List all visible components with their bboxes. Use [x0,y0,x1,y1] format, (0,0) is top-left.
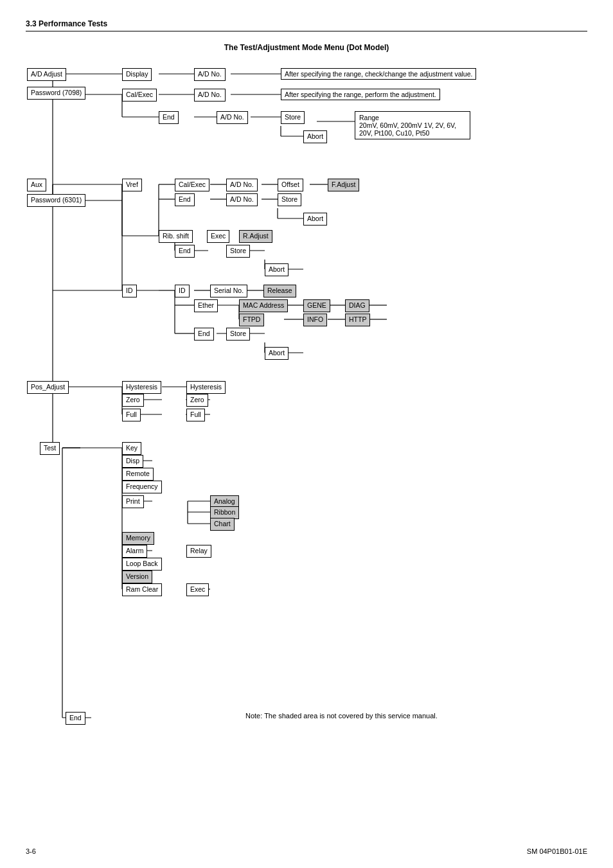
ftpd-node: FTPD [239,314,264,326]
exec-1-node: Exec [207,230,229,243]
offset-node: Offset [278,179,303,191]
note-text: Note: The shaded area is not covered by … [245,712,438,720]
ad-no-3-node: A/D No. [217,111,248,124]
radjust-node: R.Adjust [239,230,272,243]
frequency-node: Frequency [122,481,162,493]
end-4-node: End [194,328,214,341]
release-node: Release [263,285,296,297]
rib-shift-node: Rib. shift [159,230,193,243]
end-1-node: End [159,111,179,124]
range-values: 20mV, 60mV, 200mV 1V, 2V, 6V, 20V, Pt100… [359,121,456,137]
http-node: HTTP [345,314,370,326]
relay-node: Relay [186,545,211,558]
diagram-lines [27,62,586,743]
store-3-node: Store [226,245,250,258]
diag-node: DIAG [345,299,369,312]
abort-2-node: Abort [303,213,327,226]
ad-adjust-node: A/D Adjust [27,68,66,81]
pos-adjust-node: Pos_Adjust [27,381,69,394]
full-1-node: Full [122,409,141,421]
id-2-node: ID [175,285,190,297]
section-title: 3.3 Performance Tests [26,19,587,31]
footer-page: 3-6 [26,847,36,855]
ad-no-5-node: A/D No. [226,193,258,206]
end-5-node: End [66,712,85,725]
abort-4-node: Abort [265,347,289,360]
zero-1-node: Zero [122,394,144,407]
range-label: Range [359,114,379,121]
ether-node: Ether [194,299,218,312]
exec-2-node: Exec [186,583,209,596]
alarm-node: Alarm [122,545,147,558]
password-7098-node: Password (7098) [27,87,85,100]
gene-node: GENE [303,299,330,312]
calexec-2-node: Cal/Exec [175,179,209,191]
end-3-node: End [175,245,195,258]
aux-node: Aux [27,179,46,191]
range-box: Range 20mV, 60mV, 200mV 1V, 2V, 6V, 20V,… [355,111,470,139]
diagram-area: A/D Adjust Display A/D No. After specify… [27,62,586,743]
store-1-node: Store [281,111,305,124]
calexec-1-node: Cal/Exec [122,89,157,102]
store-4-node: Store [226,328,250,341]
print-node: Print [122,495,144,508]
remote-node: Remote [122,468,154,481]
diagram-title: The Test/Adjustment Mode Menu (Dot Model… [26,43,587,52]
label-after-range-node: After specifying the range, check/change… [281,68,476,80]
version-node: Version [122,571,152,583]
ram-clear-node: Ram Clear [122,583,162,596]
footer-doc: SM 04P01B01-01E [527,847,587,855]
abort-1-node: Abort [303,130,327,143]
password-6301-node: Password (6301) [27,194,85,207]
test-node: Test [40,442,60,455]
disp-node: Disp [122,455,143,468]
page-footer: 3-6 SM 04P01B01-01E [26,847,587,855]
hysteresis-2-node: Hysteresis [186,381,226,394]
ad-no-2-node: A/D No. [194,89,226,102]
display-node: Display [122,68,152,81]
store-2-node: Store [278,193,301,206]
key-node: Key [122,442,141,455]
end-2-node: End [175,193,195,206]
fadjust-node: F.Adjust [328,179,359,191]
ad-no-4-node: A/D No. [226,179,258,191]
vref-node: Vref [122,179,142,191]
info-node: INFO [303,314,327,326]
ribbon-node: Ribbon [210,506,239,519]
abort-3-node: Abort [265,263,289,276]
id-1-node: ID [122,285,137,297]
label-after-perform-node: After specifying the range, perform the … [281,89,440,100]
chart-node: Chart [210,518,235,531]
full-2-node: Full [186,409,205,421]
serial-no-node: Serial No. [210,285,247,297]
mac-address-node: MAC Address [239,299,288,312]
ad-no-1-node: A/D No. [194,68,226,81]
memory-node: Memory [122,532,154,545]
zero-2-node: Zero [186,394,208,407]
loop-back-node: Loop Back [122,558,162,571]
hysteresis-1-node: Hysteresis [122,381,161,394]
